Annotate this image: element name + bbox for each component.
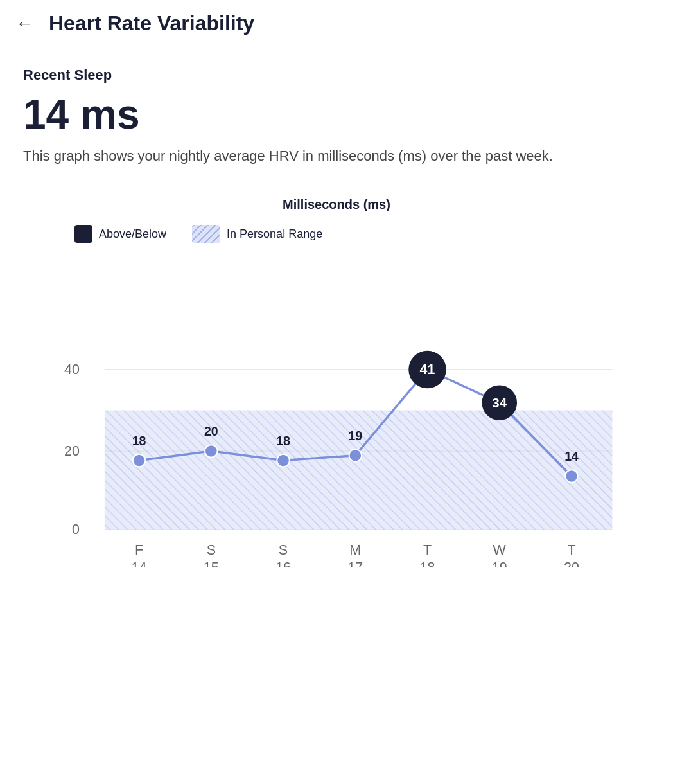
svg-text:16: 16 bbox=[275, 560, 291, 567]
svg-point-13 bbox=[277, 454, 290, 467]
section-label: Recent Sleep bbox=[23, 67, 650, 84]
svg-text:20: 20 bbox=[564, 560, 579, 567]
svg-text:19: 19 bbox=[348, 429, 362, 443]
legend-icon-dark bbox=[74, 225, 92, 243]
svg-text:W: W bbox=[493, 542, 507, 558]
svg-text:18: 18 bbox=[420, 560, 435, 567]
main-content: Recent Sleep 14 ms This graph shows your… bbox=[0, 46, 673, 587]
svg-text:17: 17 bbox=[347, 560, 363, 567]
legend-item-above-below: Above/Below bbox=[74, 225, 166, 243]
legend-label-above-below: Above/Below bbox=[99, 227, 166, 241]
header: ← Heart Rate Variability bbox=[0, 0, 673, 46]
svg-text:20: 20 bbox=[64, 443, 80, 459]
chart-legend: Above/Below In Personal Range bbox=[23, 225, 650, 243]
svg-text:34: 34 bbox=[492, 395, 507, 410]
svg-point-9 bbox=[133, 454, 146, 467]
svg-text:19: 19 bbox=[492, 560, 507, 567]
svg-text:14: 14 bbox=[132, 560, 147, 567]
hrv-chart: 40 20 0 18 20 18 19 41 bbox=[23, 266, 650, 567]
svg-text:F: F bbox=[135, 542, 143, 558]
svg-text:0: 0 bbox=[72, 522, 80, 537]
svg-text:40: 40 bbox=[64, 362, 80, 377]
svg-text:15: 15 bbox=[204, 560, 219, 567]
svg-point-11 bbox=[205, 445, 218, 458]
svg-rect-8 bbox=[105, 410, 613, 529]
svg-text:20: 20 bbox=[204, 424, 218, 438]
svg-text:T: T bbox=[423, 542, 432, 558]
svg-text:41: 41 bbox=[420, 362, 435, 377]
page-title: Heart Rate Variability bbox=[49, 12, 254, 35]
svg-text:S: S bbox=[279, 542, 288, 558]
svg-text:T: T bbox=[567, 542, 575, 558]
chart-wrapper: Milliseconds (ms) Above/Below In Persona… bbox=[23, 197, 650, 567]
back-button[interactable]: ← bbox=[15, 15, 33, 33]
svg-text:18: 18 bbox=[132, 434, 146, 448]
legend-icon-hatch bbox=[192, 225, 220, 243]
svg-text:18: 18 bbox=[276, 434, 290, 448]
description-text: This graph shows your nightly average HR… bbox=[23, 145, 575, 166]
big-value: 14 ms bbox=[23, 94, 650, 135]
svg-text:S: S bbox=[207, 542, 216, 558]
svg-text:14: 14 bbox=[564, 449, 579, 463]
svg-point-15 bbox=[349, 449, 362, 462]
legend-label-personal-range: In Personal Range bbox=[227, 227, 322, 241]
svg-point-21 bbox=[565, 470, 578, 483]
chart-title: Milliseconds (ms) bbox=[23, 197, 650, 212]
legend-item-personal-range: In Personal Range bbox=[192, 225, 322, 243]
svg-text:M: M bbox=[349, 542, 361, 558]
